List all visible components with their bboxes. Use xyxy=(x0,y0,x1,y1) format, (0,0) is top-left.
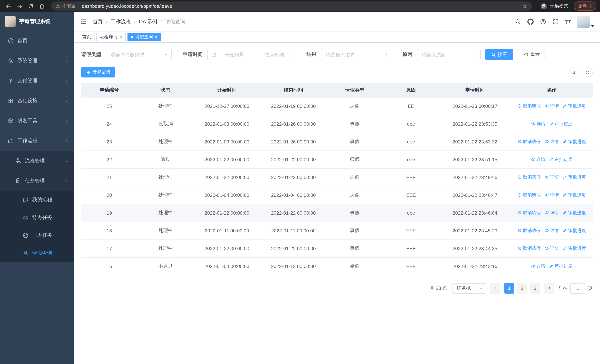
detail-link[interactable]: 详情 xyxy=(544,245,559,252)
approval-progress-link[interactable]: 审批进度 xyxy=(562,174,586,180)
table-row: 20 处理中 2022-01-04 00:00:00 2022-01-04 00… xyxy=(81,186,593,204)
leave-type-select[interactable] xyxy=(106,49,172,60)
header-search-button[interactable] xyxy=(515,19,521,25)
cancel-leave-link[interactable]: 取消请假 xyxy=(517,174,541,180)
detail-link[interactable]: 详情 xyxy=(531,121,545,127)
security-warning[interactable]: 不安全 xyxy=(56,3,75,9)
sidebar-item-process-management[interactable]: 流程管理 xyxy=(0,151,74,171)
page-content: 请假类型 申请时间 - xyxy=(74,43,600,364)
next-page-button[interactable] xyxy=(544,283,554,293)
cancel-leave-link[interactable]: 取消请假 xyxy=(517,192,541,198)
detail-link[interactable]: 详情 xyxy=(544,210,559,216)
reload-button[interactable] xyxy=(26,1,36,11)
tab-process-detail[interactable]: 流程详情 × xyxy=(96,33,125,41)
browser-update-button[interactable]: 更新 xyxy=(574,1,596,11)
create-leave-button[interactable]: 发起请假 xyxy=(81,67,115,77)
detail-link[interactable]: 详情 xyxy=(544,174,559,180)
back-button[interactable] xyxy=(4,1,13,11)
cell-apply-id: 20 xyxy=(81,186,138,204)
user-menu[interactable] xyxy=(577,15,594,28)
page-button[interactable]: 2 xyxy=(517,283,527,293)
breadcrumb-item[interactable]: 工作流程 xyxy=(111,18,131,25)
date-range-picker[interactable]: - xyxy=(207,49,295,60)
page-button[interactable]: 1 xyxy=(504,283,514,293)
back-icon xyxy=(6,3,11,9)
approval-progress-link[interactable]: 审批进度 xyxy=(562,245,586,252)
url-text[interactable]: dashboard.yudao.iocoder.cn/bpm/oa/leave xyxy=(82,3,519,9)
gear-icon xyxy=(8,58,14,64)
sidebar-item-payment[interactable]: ¥ 支付管理 xyxy=(0,71,74,91)
approval-progress-link[interactable]: 审批进度 xyxy=(562,192,586,198)
toggle-search-button[interactable] xyxy=(569,67,579,77)
github-link[interactable] xyxy=(527,19,534,25)
approval-progress-link[interactable]: 审批进度 xyxy=(549,121,572,127)
result-input[interactable] xyxy=(326,52,384,57)
font-size-button[interactable]: TT xyxy=(565,19,571,24)
breadcrumb: 首页 / 工作流程 / OA 示例 / 请假查询 xyxy=(93,18,185,25)
cancel-leave-link[interactable]: 取消请假 xyxy=(517,245,541,252)
close-icon[interactable]: × xyxy=(119,35,122,39)
sidebar-item-infrastructure[interactable]: 基础设施 xyxy=(0,91,74,111)
help-button[interactable] xyxy=(540,19,546,25)
sidebar-item-workflow[interactable]: 工作流程 xyxy=(0,131,74,151)
sidebar-item-done-tasks[interactable]: 已办任务 xyxy=(0,226,74,244)
reason-input[interactable] xyxy=(422,52,476,57)
fullscreen-button[interactable] xyxy=(552,19,559,25)
end-date-input[interactable] xyxy=(258,52,291,57)
prev-page-button[interactable] xyxy=(490,283,500,293)
detail-link[interactable]: 详情 xyxy=(531,156,545,163)
pen-icon xyxy=(549,264,553,268)
detail-link[interactable]: 详情 xyxy=(544,139,559,145)
search-button[interactable]: 搜索 xyxy=(485,49,513,60)
cancel-leave-link[interactable]: 取消请假 xyxy=(517,227,541,234)
address-bar[interactable]: 不安全 dashboard.yudao.iocoder.cn/bpm/oa/le… xyxy=(51,1,532,11)
sidebar-item-system[interactable]: 系统管理 xyxy=(0,51,74,71)
approval-progress-link[interactable]: 审批进度 xyxy=(562,103,586,109)
bookmark-star-icon[interactable] xyxy=(522,3,527,9)
browser-menu-icon[interactable] xyxy=(588,3,593,9)
fullscreen-icon xyxy=(552,19,559,25)
leave-type-input[interactable] xyxy=(111,52,164,57)
sidebar-item-home[interactable]: 首页 xyxy=(0,31,74,51)
approval-progress-link[interactable]: 审批进度 xyxy=(562,227,586,234)
approval-progress-link[interactable]: 审批进度 xyxy=(562,139,586,145)
cancel-leave-link[interactable]: 取消请假 xyxy=(517,210,541,216)
cancel-leave-link[interactable]: 取消请假 xyxy=(517,103,541,109)
breadcrumb-item[interactable]: 首页 xyxy=(93,18,103,25)
tab-leave-query[interactable]: 请假查询 × xyxy=(127,33,161,41)
sidebar-item-todo-tasks[interactable]: 待办任务 xyxy=(0,209,74,226)
sidebar-fold-button[interactable] xyxy=(80,18,87,25)
reason-field[interactable] xyxy=(417,49,481,60)
approval-progress-link[interactable]: 审批进度 xyxy=(562,210,586,216)
close-icon[interactable]: × xyxy=(155,35,158,39)
page-button[interactable]: 3 xyxy=(530,283,540,293)
tab-home[interactable]: 首页 xyxy=(79,33,94,41)
detail-link[interactable]: 详情 xyxy=(531,263,545,269)
approval-progress-link[interactable]: 审批进度 xyxy=(549,263,572,269)
page-size-select[interactable]: 10条/页 xyxy=(452,283,486,293)
pen-icon xyxy=(562,246,567,251)
sidebar-item-devtools[interactable]: 研发工具 xyxy=(0,111,74,131)
cell-end-time: 2022-01-19 00:00:00 xyxy=(260,97,327,115)
ban-icon xyxy=(517,139,522,144)
sidebar-item-leave-query[interactable]: 请假查询 xyxy=(0,244,74,262)
goto-page-input[interactable] xyxy=(570,283,585,293)
detail-link[interactable]: 详情 xyxy=(544,192,559,198)
breadcrumb-item[interactable]: OA 示例 xyxy=(139,18,157,25)
cancel-leave-link[interactable]: 取消请假 xyxy=(517,139,541,145)
approval-progress-link[interactable]: 审批进度 xyxy=(549,156,572,163)
avatar[interactable] xyxy=(577,15,590,28)
home-button[interactable] xyxy=(37,1,47,11)
sidebar-item-my-process[interactable]: 我的流程 xyxy=(0,191,74,209)
result-select[interactable] xyxy=(321,49,391,60)
start-date-input[interactable] xyxy=(218,52,252,57)
sidebar-item-task-management[interactable]: 任务管理 xyxy=(0,171,74,191)
cell-leave-type: 病假 xyxy=(327,168,383,186)
detail-link[interactable]: 详情 xyxy=(544,227,559,234)
refresh-table-button[interactable] xyxy=(582,67,593,77)
chevron-left-icon xyxy=(493,286,497,291)
detail-link[interactable]: 详情 xyxy=(544,103,559,109)
table-row: 16 不通过 2022-01-04 00:00:00 2022-01-13 00… xyxy=(81,257,593,275)
reset-button[interactable]: 重置 xyxy=(518,49,546,60)
forward-button[interactable] xyxy=(15,1,24,11)
